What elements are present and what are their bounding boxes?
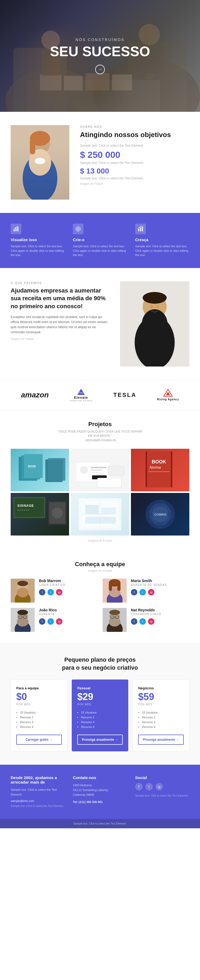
project-item-2[interactable] [71,449,129,491]
svg-point-85 [18,581,28,586]
bob-twitter-icon[interactable]: t [48,589,54,595]
team-info-maria: Maria Smith GERENTE DE VENDAS f t ig [131,579,167,595]
about-sample-2: Sample text. Click to select the Text El… [80,161,189,165]
team-title: Conheça a equipe [11,561,189,568]
projects-section: Projetos "VOCÊ PODE FAZER QUALQUER COISA… [0,410,200,550]
pricing-btn-personal[interactable]: Prossiga anualmente → [77,735,123,745]
what-person-svg [120,281,189,366]
footer-facebook-icon[interactable]: f [135,783,142,791]
rising-icon-svg [163,389,173,397]
svg-text:Norma: Norma [150,465,161,469]
what-content: O QUE FAZEMOS Ajudamos empresas a aument… [11,281,109,341]
pricing-card-business: Negócios $59 POR MÊS 15 Usuários Recurso… [133,679,189,751]
project-3-svg: BOOK Norma [131,449,189,491]
footer-email[interactable]: sample@info.com [11,799,65,802]
team-role-bob: LÍDER CRIATIVO [39,584,66,586]
svg-rect-54 [97,478,121,487]
hero-section: nós construímos SEU SUCESSO → [0,0,200,112]
svg-point-36 [157,305,159,308]
pricing-plan-personal: Pessoal [77,686,123,690]
footer-twitter-icon[interactable]: t [146,783,153,791]
svg-rect-46 [48,458,66,481]
pricing-feature-team-3: Recurso 3 [16,720,62,724]
what-label: O QUE FAZEMOS [11,281,109,285]
feature-item-2: Crie-o Sample text. Click to select the … [73,224,127,258]
nat-facebook-icon[interactable]: f [131,618,137,625]
joao-photo-svg [11,608,35,632]
projects-grid: BOOK BOOK Norma [11,449,189,536]
svg-rect-29 [142,226,143,231]
team-role-maria: GERENTE DE VENDAS [131,584,167,586]
svg-marker-37 [77,388,85,395]
svg-rect-23 [18,227,18,231]
svg-rect-14 [11,125,69,200]
project-2-svg [71,449,129,491]
pricing-price-team: $0 [16,691,62,702]
svg-text:BOOK: BOOK [152,459,166,465]
pricing-card-team: Para a equipe $0 POR MÊS 15 Usuários Rec… [11,679,67,751]
joao-instagram-icon[interactable]: ig [56,618,62,625]
svg-rect-21 [14,229,14,231]
svg-rect-27 [138,229,139,231]
pricing-feature-business-3: Recurso 3 [138,720,184,724]
svg-rect-59 [148,471,170,472]
feature-item-1: Visualize isso Sample text. Click to sel… [11,224,65,258]
pricing-feature-team-4: Recurso 4 [16,724,62,729]
hero-content: nós construímos SEU SUCESSO → [50,38,150,74]
joao-twitter-icon[interactable]: t [48,618,54,625]
logo-elevate: Elevate CREATIVE STUDIO [69,388,93,402]
svg-point-20 [35,158,45,164]
pricing-features-business: 15 Usuários Recurso 2 Recurso 3 Recurso … [138,710,184,729]
svg-point-96 [17,617,29,627]
footer-about-heading: Desde 2002, ajudamos a arrecadar mais de [11,775,65,784]
project-item-4[interactable]: SIGNAGE MOCKUP [11,493,69,536]
joao-facebook-icon[interactable]: f [39,618,45,625]
what-image-credit: Imagem de Freepik [11,337,109,340]
team-section: Conheça a equipe Imagem por Freepik Bob … [0,550,200,643]
nat-twitter-icon[interactable]: t [139,618,146,625]
projects-quote: "VOCÊ PODE FAZER QUALQUER COISA QUE VOCÊ… [11,429,189,442]
project-item-1[interactable]: BOOK [11,449,69,491]
logo-amazon: amazon [21,391,49,399]
svg-point-97 [18,610,28,615]
pricing-features-personal: 15 Usuários Recurso 2 Recurso 3 Recurso … [77,710,123,729]
project-item-6[interactable]: COSMOS [131,493,189,536]
about-person-svg [11,125,69,200]
about-sample-3: Sample text. Click to select the Text El… [80,177,189,180]
pricing-feature-team-2: Recurso 2 [16,715,62,720]
maria-instagram-icon[interactable]: ig [148,589,154,595]
svg-rect-8 [112,75,132,91]
team-photo-nat [103,608,126,632]
maria-twitter-icon[interactable]: t [139,589,146,595]
pricing-plan-team: Para a equipe [16,686,62,690]
project-item-3[interactable]: BOOK Norma [131,449,189,491]
elevate-icon-svg [77,388,85,396]
svg-point-17 [29,149,51,176]
pricing-btn-business[interactable]: Prossiga anualmente → [138,735,184,745]
svg-rect-73 [101,508,116,514]
hero-title: SEU SUCESSO [50,44,150,59]
svg-point-35 [150,305,153,308]
svg-point-16 [22,154,57,200]
maria-facebook-icon[interactable]: f [131,589,137,595]
bob-instagram-icon[interactable]: ig [56,589,62,595]
bob-facebook-icon[interactable]: f [39,589,45,595]
about-content: SOBRE NÓS Atingindo nossos objetivos Sam… [80,125,189,185]
project-item-5[interactable] [71,493,129,536]
tesla-logo-text: TESLA [114,391,136,398]
nat-instagram-icon[interactable]: ig [148,618,154,625]
footer-social-sample: Sample text. Click to select the Text El… [135,794,189,798]
svg-point-84 [17,588,29,597]
svg-text:BOOK: BOOK [28,465,36,468]
footer-instagram-icon[interactable]: ig [155,783,163,791]
pricing-btn-team[interactable]: Carregar grátis → [16,735,62,745]
svg-point-15 [30,134,50,154]
team-name-maria: Maria Smith [131,579,167,583]
pricing-title: Pequeno plano de preçospara o seu negóci… [11,656,189,671]
svg-point-48 [80,466,88,474]
hero-arrow-button[interactable]: → [95,65,105,74]
feature-text-1: Sample text. Click to select the text bo… [11,244,65,258]
feature-title-2: Crie-o [73,237,127,242]
about-section-label: SOBRE NÓS [80,125,189,128]
project-5-svg [71,493,129,536]
